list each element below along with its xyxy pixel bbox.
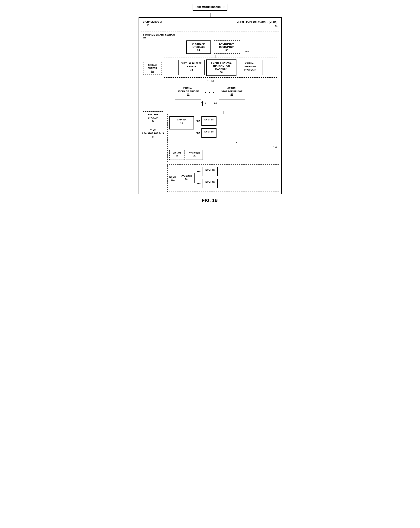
nvm-pair-2: PBA NVM 68	[196, 128, 277, 138]
host-motherboard-section: HOST MOTHERBOARD 10	[138, 4, 282, 11]
pba4-label: PBA	[197, 182, 201, 185]
ref412a-label: 412	[196, 145, 277, 148]
sss-ref: 30	[143, 36, 146, 39]
wire-v2	[216, 55, 216, 58]
pba3-label: PBA	[197, 170, 201, 173]
nvm-68b-box: NVM 68	[201, 128, 217, 138]
dot-412a: •	[196, 140, 277, 144]
inner-group-vbb-sstm-vsp: VIRTUAL BUFFER BRIDGE 32 SMART STORAGE T…	[164, 58, 277, 78]
mapper-top-row: MAPPER 46 PBA NVM 68	[169, 116, 277, 148]
left-column: BATTERY BACKUP 47 ~ 28 LBA STORAGE BUS I…	[141, 111, 165, 139]
nvmd-section: NVMD 412 NVM CTLR 76 PBA	[167, 165, 279, 192]
sstm-ref: 36	[220, 71, 223, 73]
nvm-68c-box: NVM 68	[203, 167, 218, 176]
wire-vertical	[210, 28, 210, 31]
host-motherboard-label: HOST MOTHERBOARD	[195, 6, 221, 9]
pba1-label: PBA	[196, 120, 200, 122]
ref38-label: 38	[211, 80, 214, 83]
mapper-ref: 46	[180, 121, 183, 124]
mlca-ref: 11	[275, 24, 277, 27]
sdram-nvmctlr-row: SDRAM 77 NVM CTLR 76	[169, 150, 277, 160]
wire-38-area: 38 ~	[143, 80, 277, 83]
wire-v5	[223, 111, 223, 114]
lba-upper-label: LBA	[213, 102, 217, 105]
ref28-upper-label: 28	[203, 102, 206, 105]
vsbridge42-ref: 42	[187, 93, 189, 96]
upstream-enc-row: UPSTREAM INTERFACE 34 ENCRYPTION DECRYPT…	[143, 40, 277, 54]
host-motherboard-ref: 10	[222, 6, 225, 9]
nvmctlr76a-ref: 76	[193, 155, 196, 157]
ref140-label: ~ 140	[243, 40, 249, 54]
nvmd-label-area: NVMD 412	[169, 176, 176, 181]
vsbridge43-ref: 43	[231, 93, 233, 96]
sss-outer-box: STORAGE SMART SWITCH 30 UPSTREAM INTERFA…	[141, 31, 279, 108]
lba-storage-bus-label: ~ 28 LBA STORAGE BUS I/F	[141, 128, 165, 139]
vsbridge-43-box: VIRTUAL STORAGE BRIDGE 43	[219, 85, 245, 100]
nvm-pair-3: PBA NVM 68	[197, 167, 218, 176]
bridge-section: VIRTUAL STORAGE BRIDGE 42 • • • VIRTUAL …	[143, 85, 277, 100]
sdram77-ref: 77	[176, 155, 178, 157]
mapper-section: MAPPER 46 PBA NVM 68	[167, 114, 279, 162]
nvmctlr76a-box: NVM CTLR 76	[186, 150, 203, 160]
nvmd-label: NVMD	[169, 176, 176, 178]
nvm-pairs-b: PBA NVM 68 PBA NVM 68	[197, 167, 218, 190]
nvm-pair-1: PBA NVM 68	[196, 116, 277, 126]
vsbridge-42-box: VIRTUAL STORAGE BRIDGE 42	[175, 85, 201, 100]
nvm-68a-box: NVM 68	[201, 116, 217, 126]
fig-caption: FIG. 1B	[138, 198, 282, 203]
virtual-storage-processor-box: VIRTUAL STORAGE PROCES'R	[238, 60, 262, 75]
nvm-pair-4: PBA NVM 68	[197, 179, 218, 188]
nvmctlr76b-ref: 76	[185, 178, 187, 180]
sdram77-box: SDRAM 77	[169, 150, 185, 160]
storage-bus-if-label: STORAGE BUS I/F ~ 18	[143, 21, 162, 27]
encryption-decryption-box: ENCRYPTION DECRYPTION 35	[214, 40, 240, 54]
nvm-pairs-a: PBA NVM 68 PBA NVM	[196, 116, 277, 148]
sstm-box: SMART STORAGE TRANSACTION MANAGER 36	[206, 60, 236, 76]
squiggle-28u: ~	[201, 101, 202, 104]
middle-row-section: SDRAM BUFFER 60 VIRTUAL BUFFER BRIDGE 32	[143, 58, 277, 78]
encryption-ref: 35	[225, 49, 228, 52]
nvmd-row: NVMD 412 NVM CTLR 76 PBA	[169, 167, 277, 190]
nvmctlr76b-box: NVM CTLR 76	[178, 173, 195, 183]
battery-ref: 47	[152, 120, 154, 122]
upstream-ref: 34	[197, 49, 200, 52]
mlca-top-labels: STORAGE BUS I/F ~ 18 MULTI-LEVEL CTLR AR…	[141, 21, 279, 27]
top-wire	[138, 12, 282, 17]
squiggle-38: ~	[207, 79, 209, 83]
wire-28-upper: 28 ~ LBA	[143, 101, 277, 106]
storage-bus-ref: 18	[147, 24, 149, 26]
sdram-buffer-box: SDRAM BUFFER 60	[143, 62, 162, 75]
sss-label: STORAGE SMART SWITCH 30	[143, 33, 277, 39]
right-column: MAPPER 46 PBA NVM 68	[167, 111, 279, 192]
virtual-buffer-bridge-box: VIRTUAL BUFFER BRIDGE 32	[178, 60, 205, 75]
lower-section: BATTERY BACKUP 47 ~ 28 LBA STORAGE BUS I…	[141, 111, 279, 192]
dots-ellipsis: • • •	[205, 90, 215, 95]
wire-from-bridge	[167, 111, 279, 114]
wire-to-sss	[141, 28, 279, 31]
wire-from-upstream	[143, 55, 277, 58]
mlca-label: MULTI-LEVEL CTLR ARCH. (MLCA) 11	[236, 21, 277, 27]
squiggle-18: ~	[145, 24, 146, 26]
nvmd-ref: 412	[171, 178, 174, 181]
sdram-buffer-ref: 60	[151, 70, 154, 73]
nvm-68d-box: NVM 68	[203, 179, 218, 188]
upstream-interface-box: UPSTREAM INTERFACE 34	[186, 40, 211, 54]
vbb-ref: 32	[190, 69, 193, 71]
mapper-box: MAPPER 46	[169, 116, 194, 130]
squiggle-28l: ~	[150, 128, 152, 131]
host-motherboard-box: HOST MOTHERBOARD 10	[193, 4, 227, 11]
pba2-label: PBA	[196, 132, 200, 134]
battery-backup-box: BATTERY BACKUP 47	[143, 111, 163, 124]
mlca-outer-box: STORAGE BUS I/F ~ 18 MULTI-LEVEL CTLR AR…	[138, 17, 282, 194]
squiggle-140: ~	[243, 49, 245, 53]
diagram-wrapper: HOST MOTHERBOARD 10 STORAGE BUS I/F ~ 18…	[138, 4, 282, 203]
